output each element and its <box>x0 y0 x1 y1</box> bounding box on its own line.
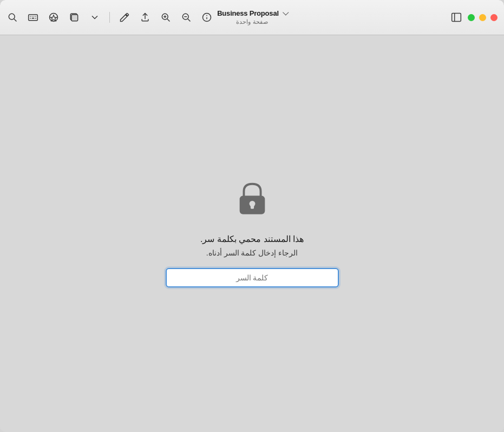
svg-line-1 <box>14 19 17 22</box>
zoom-in-icon[interactable] <box>160 11 172 23</box>
toolbar: Business Proposal صفحة واحدة <box>0 0 504 35</box>
toolbar-right-group <box>450 11 498 23</box>
pencil-icon[interactable] <box>119 11 130 23</box>
svg-rect-27 <box>250 204 253 208</box>
svg-rect-12 <box>71 15 78 21</box>
info-icon[interactable] <box>201 11 213 23</box>
document-title: Business Proposal <box>217 9 279 17</box>
sidebar-toggle-icon[interactable] <box>450 11 462 23</box>
toolbar-divider-1 <box>109 12 110 23</box>
window-controls <box>468 14 498 21</box>
lock-icon <box>233 180 271 218</box>
close-button[interactable] <box>490 14 498 21</box>
svg-line-18 <box>188 19 191 22</box>
document-subtitle: صفحة واحدة <box>236 18 267 25</box>
markup-icon[interactable] <box>48 11 60 23</box>
search-icon[interactable] <box>6 11 18 23</box>
zoom-out-icon[interactable] <box>180 11 192 23</box>
message-primary: هذا المستند محمي بكلمة سر. <box>200 234 304 244</box>
svg-point-0 <box>9 14 15 19</box>
chevron-down-icon[interactable] <box>89 11 101 23</box>
password-message-area: هذا المستند محمي بكلمة سر. الرجاء إدخال … <box>200 234 304 257</box>
maximize-button[interactable] <box>468 14 475 21</box>
keyboard-icon[interactable] <box>27 11 39 23</box>
message-secondary: الرجاء إدخال كلمة السر أدناه. <box>200 248 304 257</box>
export-icon[interactable] <box>68 11 80 23</box>
password-input[interactable] <box>166 268 339 287</box>
main-content: هذا المستند محمي بكلمة سر. الرجاء إدخال … <box>0 35 504 432</box>
svg-rect-23 <box>452 14 461 22</box>
svg-line-14 <box>167 19 170 22</box>
minimize-button[interactable] <box>479 14 486 21</box>
share-icon[interactable] <box>139 11 151 23</box>
document-title-area: Business Proposal صفحة واحدة <box>217 9 287 25</box>
svg-rect-2 <box>29 15 38 21</box>
